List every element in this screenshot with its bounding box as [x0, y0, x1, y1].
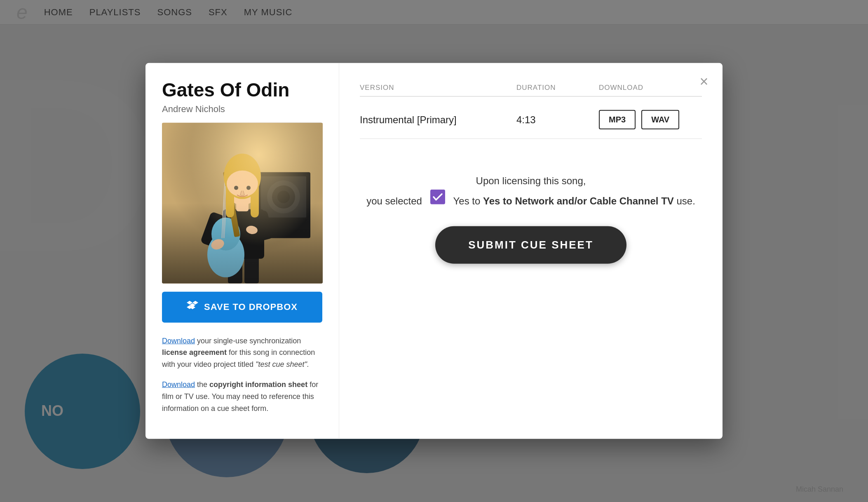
download-license-bold: license agreement	[162, 348, 227, 357]
svg-rect-11	[200, 211, 225, 247]
svg-rect-0	[162, 122, 323, 283]
svg-rect-2	[162, 122, 323, 283]
checkbox-checkmark-icon	[430, 190, 445, 204]
svg-point-13	[207, 232, 244, 277]
close-modal-button[interactable]: ×	[694, 71, 714, 92]
svg-rect-8	[228, 254, 242, 283]
save-to-dropbox-button[interactable]: SAVE TO DROPBOX	[162, 291, 322, 322]
svg-rect-12	[253, 209, 274, 241]
wav-download-button[interactable]: WAV	[641, 110, 679, 129]
modal-left-panel: Gates Of Odin Andrew Nichols	[145, 63, 339, 439]
svg-rect-19	[236, 195, 249, 211]
dropbox-button-label: SAVE TO DROPBOX	[204, 302, 298, 312]
song-image	[162, 122, 323, 283]
download-copyright-prefix: the	[197, 380, 209, 389]
download-license-project: "test cue sheet".	[256, 360, 309, 368]
svg-point-28	[245, 225, 258, 235]
svg-line-18	[224, 176, 228, 238]
svg-point-5	[267, 180, 300, 213]
svg-line-17	[223, 176, 226, 238]
svg-point-24	[227, 170, 258, 197]
svg-rect-10	[223, 209, 264, 258]
svg-rect-23	[251, 180, 259, 217]
svg-point-21	[224, 153, 261, 199]
download-buttons-container: MP3 WAV	[599, 110, 702, 129]
svg-point-27	[210, 237, 225, 251]
svg-rect-9	[244, 254, 259, 283]
header-download: DOWNLOAD	[599, 84, 702, 92]
svg-rect-22	[226, 180, 234, 217]
duration-value: 4:13	[516, 114, 599, 125]
license-line2-bold-prefix: Yes to	[453, 195, 483, 206]
header-version: VERSION	[360, 84, 516, 92]
download-license-link[interactable]: Download	[162, 336, 195, 345]
version-name: Instrumental [Primary]	[360, 114, 516, 125]
svg-rect-3	[257, 172, 310, 238]
license-line1: Upon licensing this song,	[360, 172, 702, 190]
svg-point-14	[211, 217, 240, 250]
modal-right-panel: × VERSION DURATION DOWNLOAD Instrumental…	[339, 63, 723, 439]
mp3-download-button[interactable]: MP3	[599, 110, 636, 129]
license-line2: you selected Yes to Yes to Network and/o…	[360, 190, 702, 210]
license-line2-bold: Yes to Network and/or Cable Channel TV	[483, 195, 674, 206]
header-duration: DURATION	[516, 84, 599, 92]
svg-point-6	[272, 185, 295, 208]
table-header: VERSION DURATION DOWNLOAD	[360, 80, 702, 97]
license-line2-suffix: use.	[676, 195, 695, 206]
download-copyright-paragraph: Download the copyright information sheet…	[162, 379, 322, 414]
song-modal: Gates Of Odin Andrew Nichols	[145, 63, 723, 439]
dropbox-icon	[187, 300, 198, 313]
license-line2-prefix: you selected	[366, 195, 422, 206]
download-license-paragraph: Download your single-use synchronization…	[162, 335, 322, 370]
guitar-player-bg	[162, 122, 323, 283]
submit-cue-sheet-button[interactable]: SUBMIT CUE SHEET	[435, 226, 626, 264]
svg-point-7	[277, 190, 290, 203]
license-section: Upon licensing this song, you selected Y…	[360, 172, 702, 264]
song-artist: Andrew Nichols	[162, 103, 322, 114]
svg-rect-15	[223, 171, 240, 237]
svg-rect-1	[162, 122, 323, 283]
download-license-prefix: your single-use synchronization	[197, 336, 301, 345]
table-row: Instrumental [Primary] 4:13 MP3 WAV	[360, 101, 702, 139]
checkbox-inline	[430, 190, 445, 204]
svg-point-26	[246, 185, 251, 190]
song-title: Gates Of Odin	[162, 80, 322, 101]
svg-rect-4	[261, 176, 306, 217]
download-copyright-link[interactable]: Download	[162, 380, 195, 389]
download-copyright-bold: copyright information sheet	[209, 380, 307, 389]
svg-point-25	[234, 185, 238, 190]
svg-rect-34	[430, 190, 445, 204]
license-text: Upon licensing this song, you selected Y…	[360, 172, 702, 210]
svg-line-16	[222, 176, 225, 238]
svg-point-20	[226, 168, 259, 205]
